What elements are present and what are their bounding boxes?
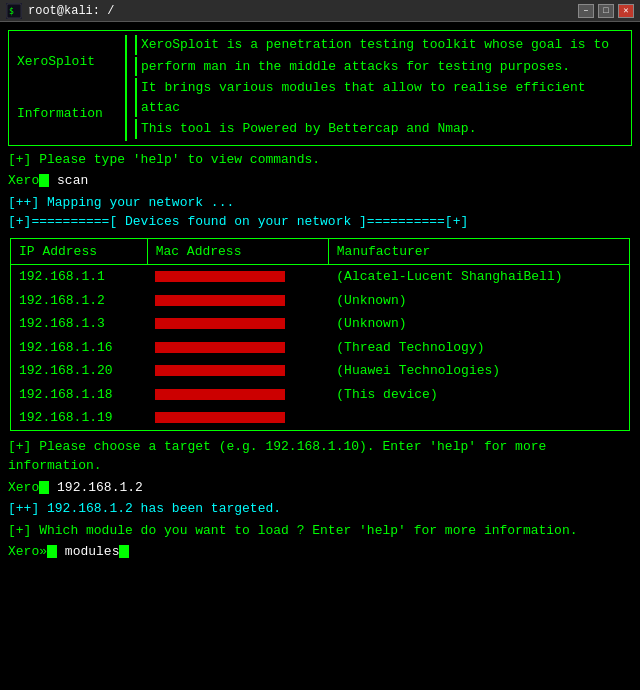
prompt-2-label: Xero (8, 478, 39, 498)
prompt-1-cursor (39, 174, 49, 187)
cell-ip: 192.168.1.18 (11, 383, 148, 407)
cell-mac (147, 312, 328, 336)
maximize-button[interactable]: □ (598, 4, 614, 18)
table-row: 192.168.1.16(Thread Technology) (11, 336, 630, 360)
cell-ip: 192.168.1.1 (11, 265, 148, 289)
prompt-3-cmd: modules (65, 542, 120, 562)
cell-manufacturer: (Unknown) (328, 289, 629, 313)
prompt-1-row: Xero scan (8, 171, 632, 191)
banner-left: XeroSploit Information (17, 35, 127, 141)
targeted-message: [++] 192.168.1.2 has been targeted. (8, 499, 632, 519)
help-message: [+] Please type 'help' to view commands. (8, 150, 632, 170)
banner-line-3: It brings various modules that allow to … (135, 78, 623, 117)
input-cursor (119, 545, 129, 558)
prompt-1-label: Xero (8, 171, 39, 191)
cell-mac (147, 265, 328, 289)
banner-left-line-2: Information (17, 104, 117, 124)
close-button[interactable]: ✕ (618, 4, 634, 18)
table-row: 192.168.1.3(Unknown) (11, 312, 630, 336)
prompt-2-row: Xero 192.168.1.2 (8, 478, 632, 498)
cell-manufacturer (328, 406, 629, 430)
mapping-message: [++] Mapping your network ... (8, 193, 632, 213)
cell-manufacturer: (This device) (328, 383, 629, 407)
cell-ip: 192.168.1.2 (11, 289, 148, 313)
banner-line-2: perform man in the middle attacks for te… (135, 57, 623, 77)
banner-line-4: This tool is Powered by Bettercap and Nm… (135, 119, 623, 139)
cell-mac (147, 289, 328, 313)
prompt-3-cursor (47, 545, 57, 558)
cell-mac (147, 383, 328, 407)
table-row: 192.168.1.18(This device) (11, 383, 630, 407)
cell-manufacturer: (Thread Technology) (328, 336, 629, 360)
prompt-3-label: Xero» (8, 542, 47, 562)
prompt-2-cmd: 192.168.1.2 (57, 478, 143, 498)
cell-mac (147, 359, 328, 383)
col-header-mfr: Manufacturer (328, 238, 629, 265)
title-bar-left: $ root@kali: / (6, 3, 114, 19)
svg-text:$: $ (9, 7, 14, 16)
cell-ip: 192.168.1.3 (11, 312, 148, 336)
prompt-1-cmd (49, 171, 57, 191)
banner-left-line-1: XeroSploit (17, 52, 117, 72)
window-controls: – □ ✕ (578, 4, 634, 18)
col-header-ip: IP Address (11, 238, 148, 265)
cell-ip: 192.168.1.19 (11, 406, 148, 430)
banner-right: XeroSploit is a penetration testing tool… (135, 35, 623, 141)
table-header-row: IP Address Mac Address Manufacturer (11, 238, 630, 265)
table-row: 192.168.1.2(Unknown) (11, 289, 630, 313)
prompt-2-cursor (39, 481, 49, 494)
minimize-button[interactable]: – (578, 4, 594, 18)
table-row: 192.168.1.19 (11, 406, 630, 430)
terminal-icon: $ (6, 3, 22, 19)
cell-manufacturer: (Alcatel-Lucent ShanghaiBell) (328, 265, 629, 289)
prompt-3-row[interactable]: Xero» modules (8, 542, 632, 562)
cell-manufacturer: (Huawei Technologies) (328, 359, 629, 383)
cell-mac (147, 336, 328, 360)
section-header: [+]==========[ Devices found on your net… (8, 212, 632, 232)
table-row: 192.168.1.1(Alcatel-Lucent ShanghaiBell) (11, 265, 630, 289)
cell-mac (147, 406, 328, 430)
col-header-mac: Mac Address (147, 238, 328, 265)
choose-message: [+] Please choose a target (e.g. 192.168… (8, 437, 632, 476)
title-text: root@kali: / (28, 4, 114, 18)
module-message: [+] Which module do you want to load ? E… (8, 521, 632, 541)
cell-ip: 192.168.1.16 (11, 336, 148, 360)
table-row: 192.168.1.20(Huawei Technologies) (11, 359, 630, 383)
banner-box: XeroSploit Information XeroSploit is a p… (8, 30, 632, 146)
terminal-output: XeroSploit Information XeroSploit is a p… (0, 22, 640, 690)
title-bar: $ root@kali: / – □ ✕ (0, 0, 640, 22)
cell-ip: 192.168.1.20 (11, 359, 148, 383)
banner-line-1: XeroSploit is a penetration testing tool… (135, 35, 623, 55)
devices-table: IP Address Mac Address Manufacturer 192.… (10, 238, 630, 431)
prompt-1-cmd-text: scan (57, 171, 88, 191)
cell-manufacturer: (Unknown) (328, 312, 629, 336)
